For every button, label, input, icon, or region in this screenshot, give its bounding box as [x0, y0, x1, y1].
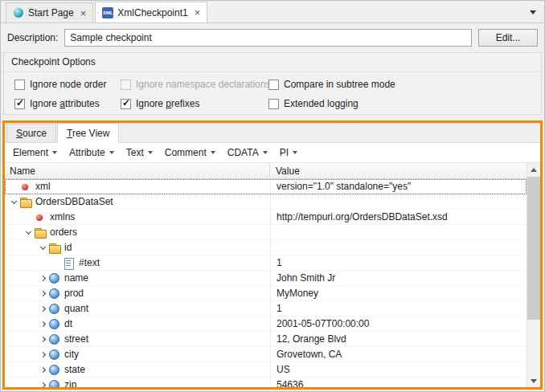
- element-icon: [48, 318, 60, 330]
- toolbar-button-element[interactable]: Element: [13, 147, 57, 158]
- element-icon: [48, 333, 60, 345]
- toolbar-button-attribute[interactable]: Attribute: [69, 147, 114, 158]
- node-name: street: [64, 333, 88, 345]
- node-value: 1: [270, 255, 527, 270]
- checkbox-label: Extended logging: [284, 98, 359, 109]
- chevron-down-icon: [263, 151, 268, 154]
- tree-row-xmlns[interactable]: xmlns http://tempuri.org/OrdersDBDataSet…: [5, 210, 527, 225]
- scroll-down-button[interactable]: [527, 374, 540, 387]
- node-name: state: [64, 364, 85, 375]
- node-name: city: [64, 349, 79, 360]
- tree-row-zip[interactable]: zip 54636: [5, 378, 527, 387]
- name-cell: street: [5, 332, 270, 346]
- name-cell: city: [5, 347, 270, 361]
- name-cell: prod: [5, 286, 270, 300]
- column-header-name[interactable]: Name: [5, 163, 270, 178]
- scrollbar[interactable]: [527, 163, 540, 387]
- scrollbar-thumb[interactable]: [527, 177, 540, 320]
- tab-start-page[interactable]: Start Page ×: [6, 2, 93, 22]
- checkbox-compare-in-subtree-mode[interactable]: Compare in subtree mode: [268, 79, 541, 90]
- tab-label: Tree View: [67, 128, 109, 139]
- element-icon: [48, 364, 60, 376]
- scrollbar-track[interactable]: [527, 176, 540, 374]
- tree-row-orders[interactable]: orders: [5, 225, 527, 240]
- checkbox-label: Compare in subtree mode: [284, 79, 395, 90]
- expander-icon[interactable]: [23, 231, 34, 234]
- node-value: Grovetown, CA: [270, 347, 527, 361]
- column-header-value[interactable]: Value: [270, 163, 527, 178]
- node-name: zip: [64, 379, 76, 387]
- attribute-icon: [34, 211, 46, 223]
- tree-row-name[interactable]: name John Smith Jr: [5, 271, 527, 286]
- name-cell: dt: [5, 316, 270, 331]
- checkpoint-options-title: Checkpoint Options: [4, 53, 541, 72]
- node-value: http://tempuri.org/OrdersDBDataSet.xsd: [270, 210, 527, 224]
- tree-grid: Name Value xml version="1.0" standalone=…: [5, 163, 540, 387]
- close-icon[interactable]: ×: [195, 7, 201, 18]
- checkbox-box[interactable]: [268, 99, 279, 109]
- tab-source[interactable]: Source: [6, 124, 56, 142]
- tab-tree-view[interactable]: Tree View: [57, 123, 119, 143]
- expander-icon[interactable]: [37, 383, 48, 387]
- toolbar-button-cdata[interactable]: CDATA: [227, 147, 268, 158]
- node-value: 12, Orange Blvd: [270, 332, 527, 346]
- name-cell: OrdersDBDataSet: [5, 194, 270, 209]
- expander-icon[interactable]: [37, 247, 48, 249]
- scroll-up-button[interactable]: [527, 163, 540, 176]
- expander-icon[interactable]: [37, 322, 48, 326]
- checkbox-ignore-attributes[interactable]: Ignore attributes: [14, 98, 121, 109]
- checkbox-ignore-node-order[interactable]: Ignore node order: [14, 79, 121, 90]
- expander-icon[interactable]: [37, 276, 48, 280]
- tree-row-xml[interactable]: xml version="1.0" standalone="yes": [5, 179, 527, 194]
- xml-checkpoint-editor-window: Start Page × XML XmlCheckpoint1 × Descri…: [0, 0, 545, 392]
- name-cell: orders: [5, 225, 270, 239]
- tree-row-prod[interactable]: prod MyMoney: [5, 286, 527, 301]
- checkpoint-options-checkboxes: Ignore node order Ignore namespace decla…: [4, 72, 541, 109]
- checkbox-label: Ignore namespace declarations: [136, 79, 270, 90]
- node-name: id: [64, 242, 72, 253]
- checkbox-box[interactable]: [14, 99, 25, 109]
- tree-rows: xml version="1.0" standalone="yes" Order…: [5, 179, 527, 387]
- tree-row-id[interactable]: id: [5, 240, 527, 255]
- expander-icon[interactable]: [8, 201, 19, 203]
- chevron-down-icon[interactable]: [530, 10, 536, 14]
- expander-icon[interactable]: [37, 337, 48, 341]
- expander-icon[interactable]: [37, 353, 48, 357]
- tree-row-dt[interactable]: dt 2001-05-07T00:00:00: [5, 316, 527, 332]
- scroll-up-icon: [531, 168, 537, 172]
- node-value: version="1.0" standalone="yes": [270, 179, 527, 194]
- element-icon: [48, 272, 60, 284]
- node-name: OrdersDBDataSet: [35, 196, 113, 207]
- toolbar-button-pi[interactable]: PI: [280, 147, 297, 158]
- close-icon[interactable]: ×: [80, 8, 87, 18]
- tree-row-street[interactable]: street 12, Orange Blvd: [5, 332, 527, 347]
- node-name: orders: [50, 227, 77, 238]
- description-input[interactable]: [64, 29, 472, 47]
- tab-xmlcheckpoint1[interactable]: XML XmlCheckpoint1 ×: [95, 2, 207, 22]
- checkbox-box[interactable]: [268, 80, 279, 90]
- node-name: dt: [64, 318, 72, 329]
- expander-icon[interactable]: [37, 307, 48, 311]
- name-cell: xml: [5, 179, 270, 194]
- edit-button[interactable]: Edit...: [478, 29, 538, 47]
- checkbox-box[interactable]: [121, 99, 131, 109]
- name-cell: quant: [5, 301, 270, 316]
- tree-row-quant[interactable]: quant 1: [5, 301, 527, 316]
- element-icon: [48, 288, 60, 300]
- tree-row-text-node[interactable]: #text 1: [5, 255, 527, 271]
- tree-row-city[interactable]: city Grovetown, CA: [5, 347, 527, 362]
- toolbar-button-comment[interactable]: Comment: [165, 147, 215, 158]
- name-cell: xmlns: [5, 210, 270, 224]
- tree-row-state[interactable]: state US: [5, 362, 527, 378]
- checkbox-extended-logging[interactable]: Extended logging: [268, 98, 541, 109]
- toolbar-button-text[interactable]: Text: [126, 147, 153, 158]
- name-cell: state: [5, 362, 270, 377]
- element-icon: [48, 379, 60, 388]
- checkbox-ignore-prefixes[interactable]: Ignore prefixes: [121, 98, 268, 109]
- tree-row-ordersdbdataset[interactable]: OrdersDBDataSet: [5, 194, 527, 210]
- checkbox-box[interactable]: [14, 80, 25, 90]
- expander-icon[interactable]: [37, 368, 48, 372]
- node-toolbar: Element Attribute Text Comment CDATA PI: [5, 143, 540, 163]
- expander-icon[interactable]: [37, 292, 48, 296]
- text-node-icon: [63, 257, 75, 269]
